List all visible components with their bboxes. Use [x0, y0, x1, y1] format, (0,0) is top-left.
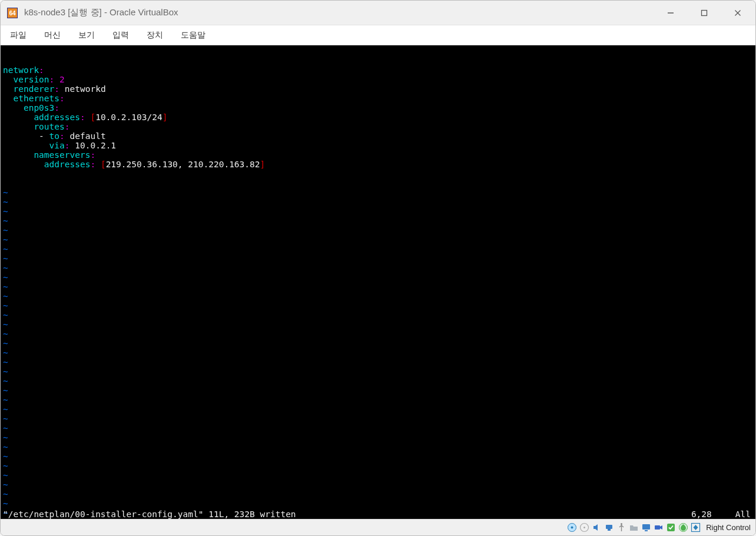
vm-statusbar: Right Control: [1, 519, 755, 535]
editor-content: network: version: 2 renderer: networkd e…: [3, 65, 753, 169]
menu-view[interactable]: 보기: [78, 30, 95, 41]
vim-status-left: "/etc/netplan/00-installer-config.yaml" …: [3, 509, 296, 519]
maximize-button[interactable]: [691, 2, 717, 24]
svg-point-13: [621, 523, 622, 525]
svg-rect-16: [655, 525, 660, 530]
menu-input[interactable]: 입력: [112, 30, 129, 41]
optical-icon[interactable]: [579, 522, 589, 533]
menu-help[interactable]: 도움말: [181, 30, 205, 41]
vim-cursor-pos: 6,28: [691, 509, 712, 519]
shared-folders-icon[interactable]: [628, 522, 639, 533]
window-controls: [657, 2, 754, 24]
menu-machine[interactable]: 머신: [44, 30, 61, 41]
guest-additions-icon[interactable]: [665, 522, 676, 533]
host-key-label: Right Control: [706, 523, 751, 532]
vim-scroll-pct: All: [735, 509, 751, 519]
titlebar: 64 k8s-node3 [실행 중] - Oracle VirtualBox: [1, 1, 755, 25]
menubar: 파일 머신 보기 입력 장치 도움말: [1, 25, 755, 45]
close-button[interactable]: [724, 2, 751, 24]
usb-icon[interactable]: [616, 522, 626, 533]
hdd-icon[interactable]: [566, 522, 577, 533]
vim-status-line: "/etc/netplan/00-installer-config.yaml" …: [1, 509, 755, 519]
display-icon[interactable]: [641, 522, 651, 533]
svg-rect-4: [701, 10, 707, 15]
minimize-button[interactable]: [657, 2, 684, 24]
terminal[interactable]: network: version: 2 renderer: networkd e…: [1, 45, 755, 519]
network-icon[interactable]: [604, 522, 614, 533]
vm-window: 64 k8s-node3 [실행 중] - Oracle VirtualBox …: [0, 0, 756, 536]
svg-rect-14: [642, 524, 650, 530]
virtualbox-icon: 64: [6, 7, 18, 19]
svg-point-10: [583, 527, 585, 528]
svg-text:64: 64: [9, 10, 16, 16]
svg-point-8: [571, 527, 573, 529]
svg-rect-15: [645, 530, 648, 531]
audio-icon[interactable]: [591, 522, 602, 533]
svg-rect-12: [608, 529, 611, 531]
host-key-indicator-icon[interactable]: [690, 522, 701, 533]
editor-tildes: ~~~~~~~~~~~~~~~~~~~~~~~~~~~~~~~~~~~~~: [3, 188, 753, 519]
menu-file[interactable]: 파일: [10, 30, 26, 41]
window-title: k8s-node3 [실행 중] - Oracle VirtualBox: [24, 7, 657, 18]
svg-rect-11: [606, 525, 612, 529]
mouse-integration-icon[interactable]: [678, 522, 688, 533]
recording-icon[interactable]: [653, 522, 664, 533]
menu-devices[interactable]: 장치: [147, 30, 163, 41]
